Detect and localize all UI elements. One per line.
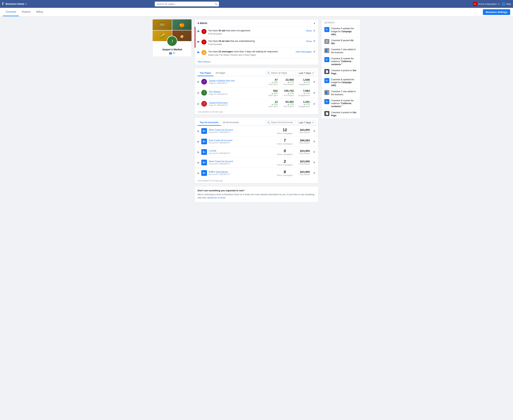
ad-name-0[interactable]: West Coast Ad Account — [209, 128, 274, 131]
page-stat1-0: 47 ▲ 22% New Likes — [263, 78, 278, 85]
account-selector[interactable]: AC Acme Corporation ▼ — [473, 2, 500, 6]
page-name-1[interactable]: The Market — [209, 90, 262, 93]
alert-expand-3[interactable]: ▶ — [198, 50, 200, 54]
page-stat2-label-1: Post Reach — [279, 94, 294, 97]
alerts-header[interactable]: 4 Alerts ▲ — [195, 19, 318, 27]
alert-expand-1[interactable]: ▶ — [198, 29, 200, 33]
activity-item-7: $≡ Coworker B created the audience "Cali… — [322, 98, 360, 109]
ad-stat1-4: 8 Active Campaigns — [276, 170, 294, 176]
main-content: 🧑‍🤝‍🧑 🍊 🌽 👩 J Jasper's Market 👥 44 4 Al — [150, 16, 363, 205]
ad-spend-label-0: 7 Day Spend — [296, 131, 310, 134]
alert-warning-icon: ⚠ — [201, 50, 207, 55]
account-logo: AC — [473, 2, 477, 6]
pages-search-icon: 🔍 — [267, 72, 270, 74]
page-stat1-num-2: 12 — [263, 100, 278, 103]
top-ad-accounts-card: Top Ad Accounts All Ad Accounts 🔍 Last 7… — [194, 117, 319, 183]
page-stat3-label-2: Engagement — [296, 105, 310, 107]
help-button[interactable]: 🌐 Help — [502, 2, 511, 6]
pages-search-input[interactable] — [271, 72, 294, 74]
page-stat1-change-0: ▲ 22% — [263, 81, 278, 83]
footer-link[interactable]: please let us know! — [207, 196, 226, 199]
activity-icon-3: $≡ — [324, 57, 329, 62]
ad-star-0[interactable]: ★ — [313, 129, 315, 133]
ad-search-icon: 🔍 — [267, 121, 270, 124]
ad-expand-0[interactable]: ▶ — [198, 130, 199, 132]
alert-expand-2[interactable]: ▶ — [198, 40, 200, 43]
page-stat1-change-2: ▲ 22% — [263, 103, 278, 105]
profile-name: Jasper's Market — [155, 48, 189, 51]
tab-reports[interactable]: Reports — [19, 8, 33, 16]
ad-expand-1[interactable]: ▶ — [198, 140, 199, 143]
alert-close-2[interactable]: ✕ — [313, 39, 315, 43]
ad-expand-4[interactable]: ▶ — [198, 172, 199, 174]
profile-info: Jasper's Market 👥 44 — [153, 46, 191, 57]
followers-count: 44 — [173, 52, 175, 54]
page-star-0[interactable]: ★ — [313, 80, 315, 83]
ad-expand-3[interactable]: ▶ — [198, 161, 199, 164]
alert-close-3[interactable]: ✕ — [313, 50, 315, 53]
page-row-0: ▶ J Jasper's Market Palo Alto Page ID: 9… — [195, 76, 318, 87]
globe-icon: 🌐 — [502, 2, 505, 6]
footer-note-title: Don't see something you expected to see? — [198, 189, 315, 192]
ad-name-2[interactable]: LATAM — [209, 150, 274, 152]
ad-star-1[interactable]: ★ — [313, 140, 315, 143]
page-icon-1: J — [201, 90, 207, 96]
ad-star-3[interactable]: ★ — [313, 161, 315, 164]
search-container: 🔍 — [155, 2, 219, 6]
activity-item-2: 👤+ Coworker C was added to the business. — [322, 46, 360, 56]
page-name-0[interactable]: Jasper's Market Palo Alto — [209, 79, 262, 82]
page-stat3-change-0: ▲ 17% — [296, 81, 310, 83]
page-expand-0[interactable]: ▶ — [198, 80, 199, 83]
nav-tabs: Overview Reports Billing — [3, 8, 46, 16]
ad-star-4[interactable]: ★ — [313, 171, 315, 175]
page-stat1-change-1: ▲ 22% — [263, 92, 278, 94]
tab-billing[interactable]: Billing — [33, 8, 46, 16]
business-settings-button[interactable]: Business Settings — [483, 9, 510, 15]
page-stat2-num-2: 63,362 — [279, 100, 294, 103]
ad-accounts-days-select[interactable]: Last 7 Days ▼ — [297, 120, 315, 125]
page-stat3-change-1: ▲ 17% — [296, 92, 310, 94]
view-history-link[interactable]: View History — [198, 60, 210, 63]
activity-panel: ACTIVITY $≡ Coworker A updated the budge… — [321, 19, 360, 119]
ad-spend-label-3: 7 Day Spend — [296, 163, 310, 165]
center-panel: 4 Alerts ▲ ▶ ! You have 43 ads that were… — [194, 19, 319, 202]
ad-accounts-search-input[interactable] — [271, 121, 294, 124]
tab-all-ad-accounts[interactable]: All Ad Accounts — [221, 120, 241, 126]
page-id-0: Page ID: 9081828717 — [209, 82, 262, 84]
business-home-brand[interactable]: Business Home ▼ — [6, 2, 27, 5]
page-stat2-label-0: Post Reach — [279, 83, 294, 85]
page-star-2[interactable]: ★ — [313, 102, 315, 105]
activity-text-7: Coworker B created the audience "Califor… — [331, 99, 358, 108]
tab-top-pages[interactable]: Top Pages — [198, 70, 213, 76]
page-star-1[interactable]: ★ — [313, 91, 315, 95]
alert-close-1[interactable]: ✕ — [313, 29, 315, 32]
alert-show-1[interactable]: Show — [306, 29, 312, 32]
tab-top-ad-accounts[interactable]: Top Ad Accounts — [198, 120, 221, 126]
profile-img-2: 🍊 — [172, 19, 191, 30]
page-expand-2[interactable]: ▶ — [198, 102, 199, 105]
alert-view-messages[interactable]: View Messages — [296, 50, 312, 53]
ad-star-2[interactable]: ★ — [313, 150, 315, 154]
top-pages-card: Top Pages All Pages 🔍 Last 7 Days ▼ ▶ J — [194, 68, 319, 114]
page-stat3-num-0: 1,636 — [296, 78, 310, 81]
ad-expand-2[interactable]: ▶ — [198, 150, 199, 153]
ad-spend-label-1: 7 Day Spend — [296, 142, 310, 144]
ad-accounts-controls: 🔍 Last 7 Days ▼ — [266, 120, 315, 125]
page-stat3-2: 1,241 ▲ 17% Engagement — [296, 100, 310, 107]
page-search-input[interactable] — [155, 2, 219, 6]
page-name-2[interactable]: JasperOnDemand — [209, 101, 262, 104]
ad-spend-label-4: 7 Day Spend — [296, 173, 310, 175]
alert-subtext-2: 4 Ad Accounts — [208, 43, 304, 45]
tab-all-pages[interactable]: All Pages — [213, 70, 228, 76]
alert-actions-2: Show ✕ — [306, 39, 315, 43]
ad-name-4[interactable]: EMEA Specialized — [209, 171, 274, 173]
page-expand-1[interactable]: ▶ — [198, 91, 199, 94]
page-stat1-label-1: New Likes — [263, 94, 278, 97]
pages-days-select[interactable]: Last 7 Days ▼ — [297, 71, 315, 75]
nav-bar: Overview Reports Billing Business Settin… — [0, 8, 513, 16]
page-stat1-label-2: New Likes — [263, 105, 278, 107]
tab-overview[interactable]: Overview — [3, 8, 19, 16]
ad-name-3[interactable]: West Coast Ad Account — [209, 160, 274, 163]
alert-show-2[interactable]: Show — [306, 40, 312, 43]
ad-name-1[interactable]: East Coast Ad Account — [209, 139, 274, 142]
